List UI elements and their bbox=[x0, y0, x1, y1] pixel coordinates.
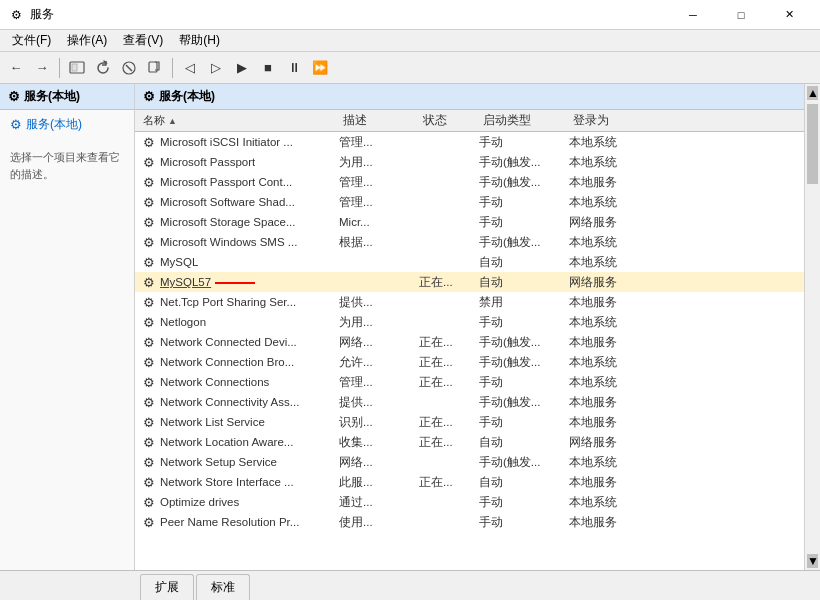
table-row[interactable]: ⚙Network Connectivity Ass...提供...手动(触发..… bbox=[135, 392, 804, 412]
table-row[interactable]: ⚙Network Location Aware...收集...正在...自动网络… bbox=[135, 432, 804, 452]
service-status: 正在... bbox=[415, 475, 475, 490]
col-header-name[interactable]: 名称 ▲ bbox=[139, 113, 339, 128]
menu-view[interactable]: 查看(V) bbox=[115, 30, 171, 51]
service-name: Network Connected Devi... bbox=[160, 336, 297, 348]
service-name: Microsoft iSCSI Initiator ... bbox=[160, 136, 293, 148]
service-name: Microsoft Windows SMS ... bbox=[160, 236, 297, 248]
service-name: Microsoft Software Shad... bbox=[160, 196, 295, 208]
stop-button[interactable] bbox=[117, 56, 141, 80]
tab-standard[interactable]: 标准 bbox=[196, 574, 250, 600]
service-login: 本地服务 bbox=[565, 415, 655, 430]
col-header-startup[interactable]: 启动类型 bbox=[479, 113, 569, 128]
show-hide-button[interactable] bbox=[65, 56, 89, 80]
pause-button[interactable]: ⏸ bbox=[282, 56, 306, 80]
refresh-icon bbox=[95, 60, 111, 76]
service-icon: ⚙ bbox=[143, 135, 155, 150]
service-startup: 手动 bbox=[475, 195, 565, 210]
export-button[interactable] bbox=[143, 56, 167, 80]
service-icon: ⚙ bbox=[143, 315, 155, 330]
row-name-cell: ⚙Network Setup Service bbox=[139, 455, 335, 470]
table-row[interactable]: ⚙Network Connection Bro...允许...正在...手动(触… bbox=[135, 352, 804, 372]
col-header-status[interactable]: 状态 bbox=[419, 113, 479, 128]
table-row[interactable]: ⚙MySQL自动本地系统 bbox=[135, 252, 804, 272]
service-desc: 提供... bbox=[335, 295, 415, 310]
menu-file[interactable]: 文件(F) bbox=[4, 30, 59, 51]
table-row[interactable]: ⚙Microsoft Windows SMS ...根据...手动(触发...本… bbox=[135, 232, 804, 252]
scrollbar-down[interactable]: ▼ bbox=[807, 554, 818, 568]
table-row[interactable]: ⚙Network Setup Service网络...手动(触发...本地系统 bbox=[135, 452, 804, 472]
sidebar-item-local[interactable]: ⚙ 服务(本地) bbox=[0, 110, 134, 139]
play-button[interactable]: ▷ bbox=[204, 56, 228, 80]
table-row[interactable]: ⚙MySQL57正在...自动网络服务 bbox=[135, 272, 804, 292]
content-header: ⚙ 服务(本地) bbox=[135, 84, 804, 110]
service-icon: ⚙ bbox=[143, 515, 155, 530]
service-desc: 网络... bbox=[335, 455, 415, 470]
service-status: 正在... bbox=[415, 415, 475, 430]
row-name-cell: ⚙Microsoft iSCSI Initiator ... bbox=[139, 135, 335, 150]
scrollbar-thumb[interactable] bbox=[807, 104, 818, 184]
sidebar-header-text: 服务(本地) bbox=[24, 88, 80, 105]
service-desc: 提供... bbox=[335, 395, 415, 410]
table-row[interactable]: ⚙Microsoft Passport为用...手动(触发...本地系统 bbox=[135, 152, 804, 172]
maximize-button[interactable]: □ bbox=[718, 0, 764, 30]
scrollbar-up[interactable]: ▲ bbox=[807, 86, 818, 100]
minimize-button[interactable]: ─ bbox=[670, 0, 716, 30]
table-row[interactable]: ⚙Net.Tcp Port Sharing Ser...提供...禁用本地服务 bbox=[135, 292, 804, 312]
table-row[interactable]: ⚙Network Connections管理...正在...手动本地系统 bbox=[135, 372, 804, 392]
service-icon: ⚙ bbox=[143, 455, 155, 470]
table-row[interactable]: ⚙Network Store Interface ...此服...正在...自动… bbox=[135, 472, 804, 492]
col-header-desc[interactable]: 描述 bbox=[339, 113, 419, 128]
service-startup: 手动 bbox=[475, 495, 565, 510]
service-startup: 自动 bbox=[475, 255, 565, 270]
service-name: Peer Name Resolution Pr... bbox=[160, 516, 299, 528]
service-startup: 手动 bbox=[475, 135, 565, 150]
table-row[interactable]: ⚙Microsoft Storage Space...Micr...手动网络服务 bbox=[135, 212, 804, 232]
row-name-cell: ⚙MySQL bbox=[139, 255, 335, 270]
table-row[interactable]: ⚙Microsoft iSCSI Initiator ...管理...手动本地系… bbox=[135, 132, 804, 152]
service-startup: 手动(触发... bbox=[475, 395, 565, 410]
service-desc: 收集... bbox=[335, 435, 415, 450]
row-name-cell: ⚙Network Connections bbox=[139, 375, 335, 390]
service-startup: 手动(触发... bbox=[475, 175, 565, 190]
table-row[interactable]: ⚙Microsoft Passport Cont...管理...手动(触发...… bbox=[135, 172, 804, 192]
menu-help[interactable]: 帮助(H) bbox=[171, 30, 228, 51]
scrollbar[interactable]: ▲ ▼ bbox=[804, 84, 820, 570]
content-header-text: 服务(本地) bbox=[159, 88, 215, 105]
tab-extend[interactable]: 扩展 bbox=[140, 574, 194, 600]
service-name: Network Connections bbox=[160, 376, 269, 388]
forward-button[interactable]: → bbox=[30, 56, 54, 80]
row-name-cell: ⚙Network Connection Bro... bbox=[139, 355, 335, 370]
table-row[interactable]: ⚙Network List Service识别...正在...手动本地服务 bbox=[135, 412, 804, 432]
row-name-cell: ⚙Microsoft Passport Cont... bbox=[139, 175, 335, 190]
menu-action[interactable]: 操作(A) bbox=[59, 30, 115, 51]
toolbar-sep-1 bbox=[59, 58, 60, 78]
back-button[interactable]: ← bbox=[4, 56, 28, 80]
service-desc: 管理... bbox=[335, 135, 415, 150]
stop-service-button[interactable]: ■ bbox=[256, 56, 280, 80]
col-header-login[interactable]: 登录为 bbox=[569, 113, 659, 128]
table-row[interactable]: ⚙Netlogon为用...手动本地系统 bbox=[135, 312, 804, 332]
prev-button[interactable]: ◁ bbox=[178, 56, 202, 80]
resume-button[interactable]: ⏩ bbox=[308, 56, 332, 80]
refresh-button[interactable] bbox=[91, 56, 115, 80]
service-icon: ⚙ bbox=[143, 415, 155, 430]
window-icon: ⚙ bbox=[8, 7, 24, 23]
sidebar-item-label: 服务(本地) bbox=[26, 116, 82, 133]
service-login: 本地服务 bbox=[565, 295, 655, 310]
service-startup: 手动 bbox=[475, 515, 565, 530]
next-button[interactable]: ▶ bbox=[230, 56, 254, 80]
service-name: MySQL bbox=[160, 256, 198, 268]
service-icon: ⚙ bbox=[143, 375, 155, 390]
table-row[interactable]: ⚙Network Connected Devi...网络...正在...手动(触… bbox=[135, 332, 804, 352]
service-name: MySQL57 bbox=[160, 276, 255, 288]
row-name-cell: ⚙Network Connected Devi... bbox=[139, 335, 335, 350]
table-row[interactable]: ⚙Peer Name Resolution Pr...使用...手动本地服务 bbox=[135, 512, 804, 532]
close-button[interactable]: ✕ bbox=[766, 0, 812, 30]
table-row[interactable]: ⚙Optimize drives通过...手动本地系统 bbox=[135, 492, 804, 512]
service-startup: 手动(触发... bbox=[475, 235, 565, 250]
service-login: 网络服务 bbox=[565, 435, 655, 450]
console-icon bbox=[69, 60, 85, 76]
row-name-cell: ⚙Network Store Interface ... bbox=[139, 475, 335, 490]
main-container: ⚙ 服务(本地) ⚙ 服务(本地) 选择一个项目来查看它的描述。 ⚙ 服务(本地… bbox=[0, 84, 820, 570]
table-row[interactable]: ⚙Microsoft Software Shad...管理...手动本地系统 bbox=[135, 192, 804, 212]
